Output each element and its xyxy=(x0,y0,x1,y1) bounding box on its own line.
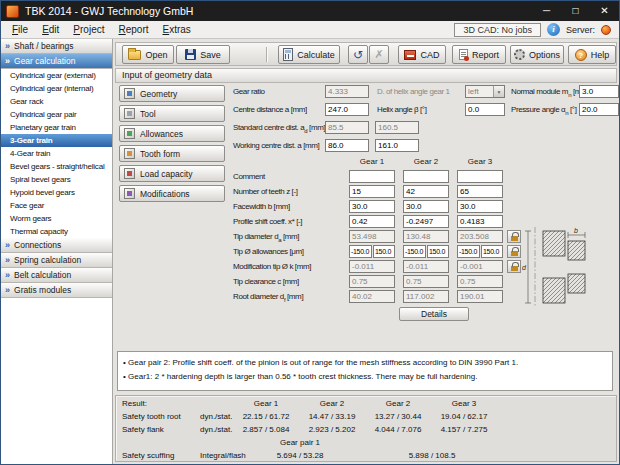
sidebar-section-gratis-modules[interactable]: Gratis modules xyxy=(1,283,112,298)
gear-pair-1-header: Gear pair 1 xyxy=(234,438,366,447)
sidebar-item-cylindrical-gear-external[interactable]: Cylindrical gear (external) xyxy=(1,69,112,82)
modifications-button[interactable]: Modifications xyxy=(119,185,225,202)
sidebar-section-label: Connections xyxy=(14,240,61,250)
tool-button[interactable]: Tool xyxy=(119,105,225,122)
diagram-dim-b-label: b xyxy=(574,227,578,234)
normal-module-label: Normal module mn [mm] xyxy=(511,85,589,98)
teeth-gear1-field[interactable] xyxy=(349,185,395,198)
normal-module-field[interactable] xyxy=(579,85,619,98)
modification-lock-button[interactable] xyxy=(507,260,521,273)
gear3-column-header: Gear 3 xyxy=(457,157,503,166)
comment-gear1-field[interactable] xyxy=(349,170,395,183)
profile-shift-gear2-field[interactable] xyxy=(403,215,449,228)
profile-shift-gear3-field[interactable] xyxy=(457,215,503,228)
sidebar-section-spring-calculation[interactable]: Spring calculation xyxy=(1,253,112,268)
working-centre-2-field[interactable] xyxy=(375,139,419,152)
maximize-button[interactable]: □ xyxy=(561,1,590,21)
sidebar-item-thermal-capacity[interactable]: Thermal capacity xyxy=(1,225,112,238)
sidebar-item-face-gear[interactable]: Face gear xyxy=(1,199,112,212)
menu-edit[interactable]: Edit xyxy=(35,22,66,37)
load-capacity-button[interactable]: Load capacity xyxy=(119,165,225,182)
result-value: 2.923 / 5.202 xyxy=(300,425,364,434)
modifications-icon xyxy=(124,188,135,199)
geometry-button[interactable]: Geometry xyxy=(119,85,225,102)
modification-gear2-field xyxy=(403,260,449,273)
tip-allowance-gear3-lower-field[interactable] xyxy=(457,245,480,258)
load-capacity-icon xyxy=(124,168,135,179)
tip-allowance-gear2-lower-field[interactable] xyxy=(403,245,426,258)
sidebar-item-cylindrical-gear-internal[interactable]: Cylindrical gear (internal) xyxy=(1,82,112,95)
comment-gear3-field[interactable] xyxy=(457,170,503,183)
pressure-angle-field[interactable] xyxy=(579,103,619,116)
save-button[interactable]: Save xyxy=(176,45,230,64)
centre-distance-field[interactable] xyxy=(325,103,369,116)
sidebar-item-3-gear-train[interactable]: 3-Gear train xyxy=(1,134,112,147)
server-status-icon xyxy=(601,25,611,35)
sidebar-item-cylindrical-gear-pair[interactable]: Cylindrical gear pair xyxy=(1,108,112,121)
sidebar-item-spiral-bevel-gears[interactable]: Spiral bevel gears xyxy=(1,173,112,186)
tooth-form-icon xyxy=(124,148,135,159)
facewidth-gear1-field[interactable] xyxy=(349,200,395,213)
minimize-button[interactable]: ─ xyxy=(532,1,561,21)
menu-project[interactable]: Project xyxy=(66,22,111,37)
sidebar-section-gear-calculation[interactable]: Gear calculation xyxy=(1,54,112,69)
help-button[interactable]: Help xyxy=(568,45,616,64)
facewidth-gear2-field[interactable] xyxy=(403,200,449,213)
tip-allowances-lock-button[interactable] xyxy=(507,245,521,258)
tooth-form-button[interactable]: Tooth form xyxy=(119,145,225,162)
allowances-button[interactable]: Allowances xyxy=(119,125,225,142)
result-value: 2.857 / 5.084 xyxy=(234,425,298,434)
geometry-icon xyxy=(124,88,135,99)
server-label: Server: xyxy=(566,25,595,35)
cad-button[interactable]: CAD xyxy=(398,45,446,64)
sidebar-item-hypoid-bevel-gears[interactable]: Hypoid bevel gears xyxy=(1,186,112,199)
window-title: TBK 2014 - GWJ Technology GmbH xyxy=(25,5,193,17)
sidebar-section-belt-calculation[interactable]: Belt calculation xyxy=(1,268,112,283)
undo-icon xyxy=(353,49,363,61)
redo-button[interactable] xyxy=(369,45,389,64)
menu-extras[interactable]: Extras xyxy=(156,22,198,37)
sidebar-item-gear-rack[interactable]: Gear rack xyxy=(1,95,112,108)
details-button[interactable]: Details xyxy=(399,307,469,321)
centre-distance-label: Centre distance a [mm] xyxy=(233,103,307,116)
tip-clearance-label: Tip clearance c [mm] xyxy=(233,275,299,288)
root-diameter-label: Root diameter df [mm] xyxy=(233,290,303,303)
help-icon xyxy=(575,49,587,61)
sidebar-item-4-gear-train[interactable]: 4-Gear train xyxy=(1,147,112,160)
menu-file[interactable]: File xyxy=(5,22,35,37)
open-button[interactable]: Open xyxy=(122,45,174,64)
sidebar-item-bevel-gears[interactable]: Bevel gears - straight/helical xyxy=(1,160,112,173)
gear-ratio-label: Gear ratio xyxy=(233,85,265,98)
safety-scuffing-label: Safety scuffing xyxy=(122,451,174,460)
main-toolbar: Open Save Calculate CAD Report Options H… xyxy=(115,42,617,66)
teeth-gear3-field[interactable] xyxy=(457,185,503,198)
sidebar-section-label: Shaft / bearings xyxy=(14,41,74,51)
lock-icon xyxy=(511,251,518,256)
tip-allowance-gear2-upper-field[interactable] xyxy=(427,245,449,258)
gear-ratio-field xyxy=(325,85,369,98)
tip-diameter-lock-button[interactable] xyxy=(507,230,521,243)
profile-shift-gear1-field[interactable] xyxy=(349,215,395,228)
tip-allowance-gear1-upper-field[interactable] xyxy=(373,245,395,258)
info-icon[interactable]: i xyxy=(547,23,560,36)
sidebar-item-planetary-gear-train[interactable]: Planetary gear train xyxy=(1,121,112,134)
working-centre-1-field[interactable] xyxy=(325,139,369,152)
messages-panel: • Gear pair 2: Profile shift coeff. of t… xyxy=(117,351,613,391)
facewidth-gear3-field[interactable] xyxy=(457,200,503,213)
undo-button[interactable] xyxy=(348,45,368,64)
sidebar-item-worm-gears[interactable]: Worm gears xyxy=(1,212,112,225)
sidebar-section-shaft-bearings[interactable]: Shaft / bearings xyxy=(1,39,112,54)
helix-angle-field[interactable] xyxy=(465,103,505,116)
menu-report[interactable]: Report xyxy=(111,22,155,37)
teeth-gear2-field[interactable] xyxy=(403,185,449,198)
tip-allowance-gear3-upper-field[interactable] xyxy=(481,245,503,258)
options-button[interactable]: Options xyxy=(510,45,564,64)
tip-allowance-gear1-lower-field[interactable] xyxy=(349,245,372,258)
calculate-button[interactable]: Calculate xyxy=(278,45,340,64)
comment-gear2-field[interactable] xyxy=(403,170,449,183)
safety-flank-label: Safety flank xyxy=(122,425,164,434)
report-button[interactable]: Report xyxy=(452,45,506,64)
working-centre-distance-label: Working centre dist. a [mm] xyxy=(233,139,319,152)
close-button[interactable]: ✕ xyxy=(590,1,619,21)
sidebar-section-connections[interactable]: Connections xyxy=(1,238,112,253)
